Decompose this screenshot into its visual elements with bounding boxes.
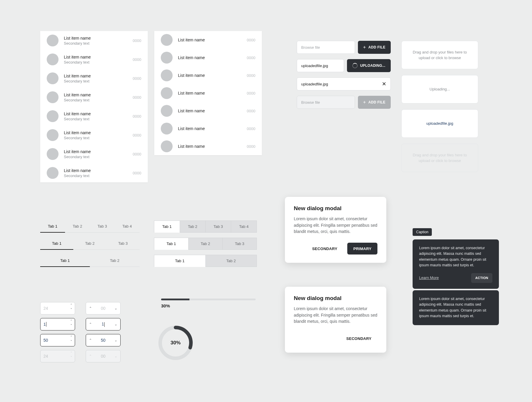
tab-tab-2[interactable]: Tab 2 xyxy=(65,221,90,232)
tab-tab-1[interactable]: Tab 1 xyxy=(154,255,206,267)
add-file-button[interactable]: +ADD FILE xyxy=(358,41,391,54)
avatar xyxy=(47,129,59,141)
toast-body: Lorem ipsum dolor sit amet, consectetur … xyxy=(419,296,492,319)
list-item-title: List item name xyxy=(178,91,247,95)
primary-button[interactable]: PRIMARY xyxy=(347,243,377,255)
modal-body: Lorem ipsum dolor sit amet, consectetur … xyxy=(294,216,377,235)
secondary-button[interactable]: SECONDARY xyxy=(340,333,377,344)
list-item-sub: Secondary text xyxy=(64,117,133,121)
list-item[interactable]: List item name 0000 xyxy=(154,49,262,67)
list-item[interactable]: List item name 0000 xyxy=(154,102,262,120)
avatar xyxy=(161,105,173,117)
list-item[interactable]: List item name Secondary text 0000 xyxy=(40,69,148,88)
stepper-h-disabled: ⌃00⌄ xyxy=(86,350,121,362)
tab-tab-2[interactable]: Tab 2 xyxy=(73,238,106,249)
list-item[interactable]: List item name 0000 xyxy=(154,120,262,137)
drop-zone-uploaded[interactable]: uploadedfile.jpg xyxy=(401,109,478,138)
chevron-down-icon[interactable]: ⌄ xyxy=(114,338,117,342)
chevron-down-icon[interactable]: ⌄ xyxy=(70,322,72,325)
chevron-down-icon[interactable]: ⌄ xyxy=(114,306,117,310)
tab-tab-2[interactable]: Tab 2 xyxy=(189,238,223,249)
caption-badge: Caption xyxy=(413,228,432,236)
stepper-v-active[interactable]: 1⌃⌄ xyxy=(40,318,75,330)
tabs-4-underline: Tab 1Tab 2Tab 3Tab 4 xyxy=(40,221,140,233)
list-item[interactable]: List item name Secondary text 0000 xyxy=(40,107,148,126)
list-item-title: List item name xyxy=(64,74,133,78)
tab-tab-2[interactable]: Tab 2 xyxy=(206,255,257,267)
list-item-sub: Secondary text xyxy=(64,136,133,140)
tab-tab-1[interactable]: Tab 1 xyxy=(154,238,189,250)
stepper-h-default[interactable]: ⌃00⌄ xyxy=(86,302,121,315)
snackbar-simple: Lorem ipsum dolor sit amet, consectetur … xyxy=(413,290,499,325)
tab-tab-4[interactable]: Tab 4 xyxy=(115,221,140,232)
list-item-sub: Secondary text xyxy=(64,98,133,102)
list-item-sub: Secondary text xyxy=(64,155,133,159)
list-item[interactable]: List item name 0000 xyxy=(154,137,262,155)
list-item-title: List item name xyxy=(178,55,247,60)
list-item[interactable]: List item name Secondary text 0000 xyxy=(40,88,148,107)
list-item[interactable]: List item name Secondary text 0000 xyxy=(40,163,148,182)
tab-tab-3[interactable]: Tab 3 xyxy=(223,238,257,249)
plus-icon: + xyxy=(363,100,366,105)
avatar xyxy=(47,91,59,103)
stepper-h-filled[interactable]: ⌃50⌄ xyxy=(86,334,121,346)
avatar xyxy=(161,140,173,152)
action-button[interactable]: ACTION xyxy=(471,273,492,283)
chevron-down-icon[interactable]: ⌄ xyxy=(70,307,72,309)
uploading-button: UPLOADING... xyxy=(347,59,391,72)
list-item[interactable]: List item name Secondary text 0000 xyxy=(40,126,148,145)
progress-bar: 30% xyxy=(161,299,256,308)
list-item[interactable]: List item name Secondary text 0000 xyxy=(40,31,148,50)
tab-tab-1[interactable]: Tab 1 xyxy=(40,221,65,233)
tabs-3-box: Tab 1Tab 2Tab 3 xyxy=(154,238,257,250)
drop-zone-uploading: Uploading... xyxy=(401,75,478,103)
list-item[interactable]: List item name 0000 xyxy=(154,31,262,49)
uploaded-file-input[interactable]: uploadedfile.jpg xyxy=(297,59,344,72)
tab-tab-2[interactable]: Tab 2 xyxy=(180,221,206,232)
list-item-meta: 0000 xyxy=(133,38,141,43)
close-icon[interactable]: ✕ xyxy=(382,81,386,87)
chevron-up-icon[interactable]: ⌃ xyxy=(89,338,92,342)
list-item-meta: 0000 xyxy=(133,133,141,137)
chevron-down-icon[interactable]: ⌄ xyxy=(114,322,117,326)
stepper-v-default[interactable]: 24⌃⌄ xyxy=(40,302,75,315)
tabs-4-box: Tab 1Tab 2Tab 3Tab 4 xyxy=(154,221,257,233)
list-item[interactable]: List item name Secondary text 0000 xyxy=(40,50,148,69)
list-item-meta: 0000 xyxy=(247,91,255,95)
stepper-h-active[interactable]: ⌃1⌄ xyxy=(86,318,121,330)
tab-tab-3[interactable]: Tab 3 xyxy=(206,221,231,232)
list-item[interactable]: List item name 0000 xyxy=(154,67,262,84)
list-item[interactable]: List item name 0000 xyxy=(154,84,262,102)
avatar xyxy=(47,148,59,160)
list-item-meta: 0000 xyxy=(133,114,141,119)
list-item-title: List item name xyxy=(64,149,133,154)
tab-tab-3[interactable]: Tab 3 xyxy=(90,221,115,232)
tab-tab-2[interactable]: Tab 2 xyxy=(90,255,140,267)
chevron-up-icon[interactable]: ⌃ xyxy=(89,306,92,310)
avatar xyxy=(161,87,173,99)
browse-file-input[interactable]: Browse file xyxy=(297,41,355,54)
learn-more-link[interactable]: Learn More xyxy=(419,275,439,281)
list-item-title: List item name xyxy=(64,36,133,40)
chevron-up-icon[interactable]: ⌃ xyxy=(89,322,92,326)
tab-tab-1[interactable]: Tab 1 xyxy=(40,255,90,267)
list-item-sub: Secondary text xyxy=(64,174,133,178)
tab-tab-1[interactable]: Tab 1 xyxy=(40,238,73,250)
tab-tab-4[interactable]: Tab 4 xyxy=(231,221,257,232)
uploaded-file-row[interactable]: uploadedfile.jpg ✕ xyxy=(297,77,391,90)
list-item-meta: 0000 xyxy=(133,95,141,100)
list-item-meta: 0000 xyxy=(247,144,255,149)
tab-tab-3[interactable]: Tab 3 xyxy=(106,238,140,249)
list-item[interactable]: List item name Secondary text 0000 xyxy=(40,145,148,163)
list-item-title: List item name xyxy=(178,38,247,42)
list-item-title: List item name xyxy=(178,108,247,113)
drop-zone[interactable]: Drag and drop your files here to upload … xyxy=(401,41,478,69)
modal-title: New dialog modal xyxy=(294,205,377,212)
tab-tab-1[interactable]: Tab 1 xyxy=(154,221,180,233)
stepper-v-filled[interactable]: 50⌃⌄ xyxy=(40,334,75,346)
chevron-down-icon[interactable]: ⌄ xyxy=(70,338,72,341)
list-item-sub: Secondary text xyxy=(64,41,133,46)
list-item-title: List item name xyxy=(64,55,133,59)
stepper-v-disabled: 24⌃⌄ xyxy=(40,350,75,362)
secondary-button[interactable]: SECONDARY xyxy=(306,243,343,255)
